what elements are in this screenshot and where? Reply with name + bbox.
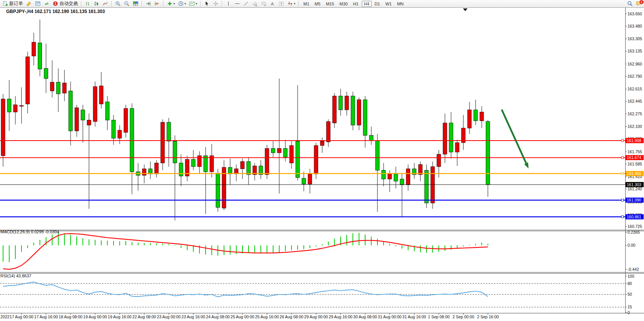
price-tick-label: 162.790 [628,74,642,79]
search-button[interactable] [626,0,634,7]
candle-body [167,122,171,141]
chart-shift-button[interactable] [153,0,161,7]
time-tick-label: 25 Aug 00:00 [231,314,254,319]
highlighter-button[interactable] [25,0,33,7]
fibonacci-button[interactable]: F [260,0,268,7]
price-tick-label: 163.135 [628,49,642,53]
broadcast-button[interactable] [43,0,51,7]
candle-body [179,163,183,176]
time-tick-label: 24 Aug 08:00 [206,314,230,319]
time-tick-label: 2 Sep 00:00 [453,314,474,319]
candle-body [93,87,97,121]
line-handle[interactable] [621,199,624,201]
timeframe-w1[interactable]: W1 [383,1,394,7]
candle-body [130,108,134,172]
indicators-icon [167,1,173,7]
equidistant-channel-button[interactable]: E [251,0,259,7]
bar-chart-mode-button[interactable] [84,0,92,7]
line-handle[interactable] [621,172,624,175]
time-tick-label: 17 Aug 16:00 [34,314,58,319]
chart-shift-icon [154,1,160,7]
price-tick-label: 161.240 [628,187,642,191]
price-tick-label: 161.755 [628,149,642,154]
text-icon: A [270,1,275,7]
line-handle[interactable] [621,157,624,159]
crosshair-button[interactable] [212,0,220,7]
line-handle[interactable] [621,216,624,218]
timeframe-m1[interactable]: M1 [301,1,311,7]
candle-body [1,99,5,156]
timeframe-mn[interactable]: MN [395,1,406,7]
candle-body [486,121,490,185]
svg-text:E: E [255,4,257,7]
time-tick-label: 29 Aug 16:00 [329,314,352,319]
price-tick-label: 163.650 [628,11,642,16]
periods-button[interactable]: ▾ [177,0,187,7]
candle-body [357,100,361,125]
toolbar: 新订单自动交易▾▾▾EFAT▾M1M5M15M30H1H4D1W1MN1 [0,0,644,8]
timeframe-h4[interactable]: H4 [362,1,372,7]
zoom-in-button[interactable] [114,0,122,7]
text-label-icon: T [278,1,284,7]
candle-body [290,146,293,163]
horizontal-line-button[interactable] [233,0,241,7]
zoom-out-button[interactable] [123,0,131,7]
price-tick-label: 163.305 [628,36,642,41]
chart-plot-area[interactable] [0,8,644,321]
time-tick-label: 18 Aug 08:00 [59,314,82,319]
indicators-button[interactable]: ▾ [166,0,176,7]
candle-body [155,163,158,174]
notifications-button[interactable]: 1 [635,0,643,7]
line-handle[interactable] [621,139,624,142]
toolbar-separator [81,1,82,7]
trendline-button[interactable] [242,0,250,7]
open-charts-button[interactable] [34,0,42,7]
svg-text:F: F [265,4,266,7]
chart-window-icon [35,1,41,7]
price-tick-label: 161.585 [628,162,642,166]
chevron-down-icon[interactable]: ▾ [294,2,295,5]
candle-body [216,173,220,207]
line-chart-mode-button[interactable] [101,0,109,7]
candle-body [75,108,79,131]
vertical-line-icon [226,1,231,7]
candle-body [363,100,367,135]
candle-body [339,96,343,110]
candle-body [228,167,232,174]
cursor-button[interactable] [203,0,211,7]
toolbar-separator [298,1,299,7]
vertical-line-button[interactable] [224,0,232,7]
chart-window[interactable]: 161.908161.674161.455161.303161.090160.8… [0,8,644,321]
toolbar-separator [200,1,201,7]
timeframe-d1[interactable]: D1 [372,1,382,7]
candle-body [161,122,165,163]
price-tick-label: 160.725 [628,224,642,229]
chevron-down-icon[interactable]: ▾ [173,2,175,5]
price-tick-label: 162.445 [628,99,642,103]
tile-windows-button[interactable] [132,0,140,7]
macd-tick-label: -0.442 [628,267,639,272]
auto-scroll-icon [145,1,151,7]
new-order-button[interactable]: 新订单 [1,0,24,7]
time-tick-label: 2 Sep 16:00 [477,314,499,319]
chevron-down-icon[interactable]: ▾ [184,2,186,5]
timeframe-h1[interactable]: H1 [351,1,361,7]
auto-scroll-button[interactable] [144,0,152,7]
text-label-button[interactable]: T [277,0,285,7]
macd-tick-label: 0.2365 [628,230,640,234]
timeframe-m5[interactable]: M5 [312,1,323,7]
chevron-down-icon[interactable]: ▾ [196,2,197,5]
macd-tick-label: 0.00 [628,243,636,247]
autotrading-button[interactable]: 自动交易 [51,0,79,7]
price-tick-label: 162.615 [628,87,642,91]
candle-body [56,82,60,94]
arrows-button[interactable]: ▾ [286,0,296,7]
candle-body [283,149,287,157]
timeframe-m30[interactable]: M30 [337,1,350,7]
candlestick-mode-button[interactable] [92,0,100,7]
text-button[interactable]: A [268,0,277,7]
rsi-tick-label: 15 [628,305,632,309]
templates-button[interactable]: ▾ [188,0,198,7]
timeframe-m15[interactable]: M15 [324,1,336,7]
candle-body [296,141,300,178]
